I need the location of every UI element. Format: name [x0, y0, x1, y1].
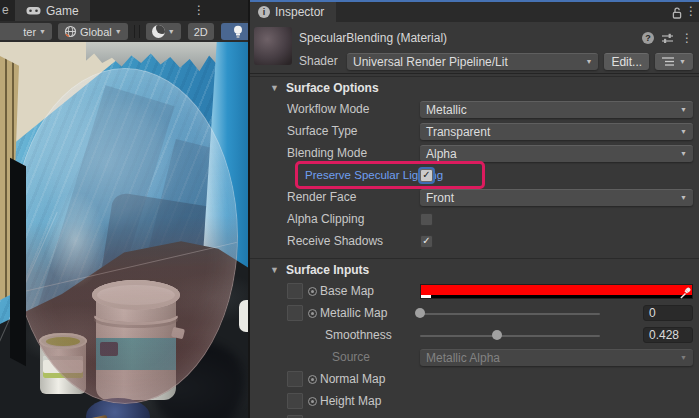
sphere-highlight [44, 192, 106, 288]
help-icon[interactable]: ? [642, 32, 654, 44]
chevron-down-icon: ▼ [674, 194, 687, 201]
tab-game[interactable]: Game [15, 0, 90, 21]
game-tab-label: Game [46, 4, 79, 18]
highlight-annotation-box [295, 161, 485, 189]
game-panel: e Game ⋮ ter ▼ Global ▼ ▼ [0, 0, 248, 418]
inspector-panel: i Inspector ⋮ SpecularBlending (Material… [250, 0, 699, 418]
game-menu-kebab-icon[interactable]: ⋮ [193, 4, 205, 16]
alpha-clipping-checkbox[interactable] [420, 213, 433, 226]
shader-menu-button[interactable]: ▼ [655, 53, 693, 70]
object-picker-icon[interactable] [308, 397, 317, 406]
checkmark-icon: ✓ [422, 236, 430, 246]
slider-track [420, 313, 600, 315]
normal-map-row: Normal Map [250, 368, 699, 390]
lightbulb-icon [233, 25, 243, 39]
object-picker-icon[interactable] [308, 309, 317, 318]
chevron-down-icon: ▼ [674, 354, 687, 361]
chevron-down-icon: ▼ [579, 58, 592, 65]
chevron-down-icon: ▼ [674, 150, 687, 157]
shader-label: Shader [299, 54, 341, 68]
metallic-slider[interactable] [420, 305, 600, 322]
inspector-menu-kebab-icon[interactable]: ⋮ [685, 5, 697, 17]
base-map-row: Base Map [250, 280, 699, 302]
surface-inputs-header[interactable]: ▼ Surface Inputs [250, 258, 699, 280]
chevron-down-icon: ▼ [674, 128, 687, 135]
globe-icon [64, 25, 77, 38]
2d-toggle[interactable]: 2D [188, 23, 214, 40]
shader-dropdown[interactable]: Universal Render Pipeline/Lit ▼ [347, 53, 598, 70]
blending-mode-dropdown[interactable]: Alpha ▼ [420, 145, 693, 162]
inspector-tab-label: Inspector [275, 5, 324, 19]
surface-options-header[interactable]: ▼ Surface Options [250, 76, 699, 98]
edge-bucket-sliver [239, 300, 248, 332]
surface-type-dropdown[interactable]: Transparent ▼ [420, 123, 693, 140]
partial-next-row [250, 412, 699, 418]
slider-track [420, 335, 600, 337]
list-icon [662, 57, 674, 66]
gamepad-icon [26, 6, 41, 16]
metallic-map-texture-slot[interactable] [287, 305, 303, 321]
chevron-down-icon: ▼ [39, 28, 46, 35]
material-title: SpecularBlending (Material) [299, 31, 642, 45]
material-header: SpecularBlending (Material) ? ⋮ Shader U… [250, 22, 699, 74]
tab-inspector[interactable]: i Inspector [250, 2, 336, 22]
height-map-texture-slot[interactable] [287, 393, 303, 409]
chevron-down-icon: ▼ [674, 106, 687, 113]
game-tab-bar: e Game ⋮ [0, 0, 248, 21]
source-row: Source Metallic Alpha ▼ [250, 346, 699, 368]
object-picker-icon[interactable] [308, 287, 317, 296]
shaded-view-icon [152, 25, 165, 38]
foldout-icon: ▼ [270, 265, 279, 275]
render-face-row: Render Face Front ▼ [250, 186, 699, 208]
receive-shadows-checkbox[interactable]: ✓ [420, 235, 433, 248]
workflow-mode-dropdown[interactable]: Metallic ▼ [420, 101, 693, 118]
scene-lighting-toggle[interactable] [221, 23, 248, 40]
pivot-dropdown[interactable]: ter ▼ [0, 23, 52, 40]
slider-handle[interactable] [415, 308, 425, 318]
base-map-texture-slot[interactable] [287, 283, 303, 299]
game-viewport[interactable] [0, 42, 248, 418]
info-icon: i [258, 6, 270, 18]
render-face-dropdown[interactable]: Front ▼ [420, 189, 693, 206]
base-map-color-field[interactable] [420, 284, 693, 299]
chevron-down-icon: ▼ [115, 28, 122, 35]
chevron-down-icon: ▼ [679, 58, 686, 65]
alpha-strip [421, 295, 692, 298]
smoothness-row: Smoothness 0.428 [250, 324, 699, 346]
receive-shadows-row: Receive Shadows ✓ [250, 230, 699, 252]
toolbar-separator [134, 25, 135, 38]
scene-toolbar: ter ▼ Global ▼ ▼ 2D [0, 21, 248, 42]
base-map-color-swatch[interactable] [420, 284, 693, 299]
partial-tab-label[interactable]: e [2, 3, 9, 17]
lock-icon[interactable] [672, 6, 682, 24]
metallic-value-field[interactable]: 0 [643, 305, 693, 321]
metallic-map-row: Metallic Map 0 [250, 302, 699, 324]
foldout-icon: ▼ [270, 83, 279, 93]
height-map-row: Height Map [250, 390, 699, 412]
eyedropper-icon[interactable] [679, 285, 691, 303]
unity-editor-window: e Game ⋮ ter ▼ Global ▼ ▼ [0, 0, 699, 418]
shading-mode-dropdown[interactable]: ▼ [146, 23, 181, 40]
smoothness-slider[interactable] [420, 327, 600, 344]
slider-handle[interactable] [492, 330, 502, 340]
shader-edit-button[interactable]: Edit... [604, 53, 649, 70]
toolbar-separator [139, 25, 140, 38]
presets-icon[interactable] [661, 33, 674, 44]
smoothness-value-field[interactable]: 0.428 [643, 327, 693, 343]
material-menu-kebab-icon[interactable]: ⋮ [681, 32, 693, 44]
source-dropdown: Metallic Alpha ▼ [420, 349, 693, 366]
surface-type-row: Surface Type Transparent ▼ [250, 120, 699, 142]
global-pivot-dropdown[interactable]: Global ▼ [58, 23, 128, 40]
chevron-down-icon: ▼ [168, 28, 175, 35]
alpha-clipping-row: Alpha Clipping [250, 208, 699, 230]
inspector-tab-bar: i Inspector ⋮ [250, 2, 699, 22]
workflow-mode-row: Workflow Mode Metallic ▼ [250, 98, 699, 120]
plank-shadow [10, 158, 26, 367]
material-preview-sphere[interactable] [254, 27, 292, 65]
normal-map-texture-slot[interactable] [287, 371, 303, 387]
object-picker-icon[interactable] [308, 375, 317, 384]
